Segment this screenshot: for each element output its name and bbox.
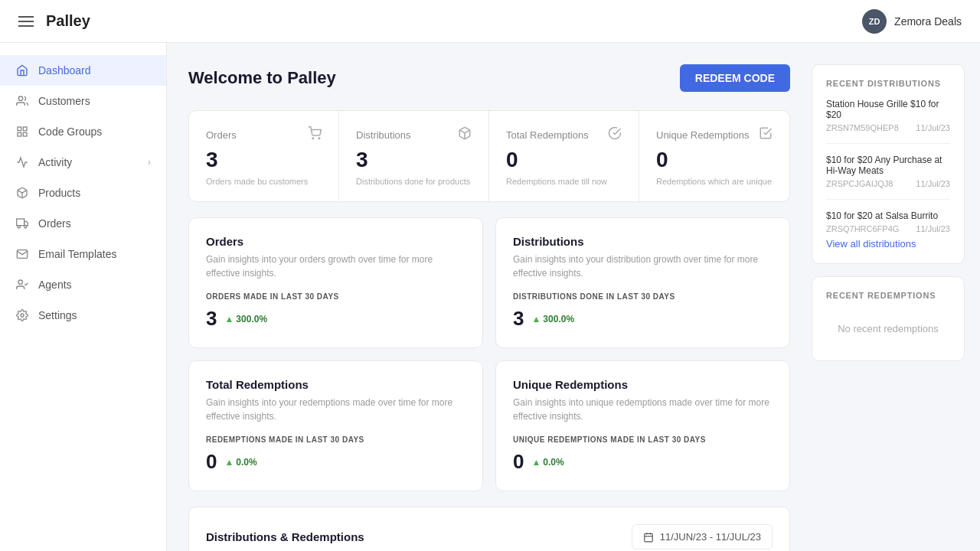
chart-card: Distributions & Redemptions 11/JUN/23 - … (188, 507, 790, 551)
chart-date-button[interactable]: 11/JUN/23 - 11/JUL/23 (632, 524, 773, 549)
dist-item-1-date: 11/Jul/23 (916, 123, 950, 132)
stat-unique-redemptions: Unique Redemptions 0 Redemptions which a… (639, 111, 789, 201)
dist-item-3: $10 for $20 at Salsa Burrito ZRSQ7HRC6FP… (826, 210, 950, 233)
stat-unique-red-value: 0 (656, 148, 773, 172)
app-logo: Palley (46, 12, 90, 30)
check-square-icon (759, 126, 773, 143)
dist-item-3-name: $10 for $20 at Salsa Burrito (826, 210, 950, 221)
insight-orders: Orders Gain insights into your orders gr… (188, 217, 483, 348)
sidebar-item-settings[interactable]: Settings (0, 300, 166, 331)
right-panel: RECENT DISTRIBUTIONS Station House Grill… (812, 43, 980, 551)
topbar-right: ZD Zemora Deals (862, 9, 962, 34)
sidebar-label-customers: Customers (38, 95, 90, 107)
insight-unique-red-desc: Gain insights into unique redemptions ma… (513, 396, 773, 423)
stat-orders-desc: Orders made bu customers (206, 177, 322, 186)
sidebar-label-orders: Orders (38, 217, 71, 230)
check-circle-icon (608, 126, 622, 143)
stat-unique-red-desc: Redemptions which are unique (656, 177, 773, 186)
chart-header: Distributions & Redemptions 11/JUN/23 - … (206, 524, 773, 549)
sidebar: Dashboard Customers Code Groups Activity… (0, 43, 167, 551)
dist-item-2-name: $10 for $20 Any Purchase at Hi-Way Meats (826, 155, 950, 176)
stat-orders-value: 3 (206, 148, 322, 172)
sidebar-item-products[interactable]: Products (0, 178, 166, 208)
insight-unique-red-title: Unique Redemptions (513, 378, 773, 391)
insight-dist-badge: ▲ 300.0% (531, 314, 574, 324)
insight-total-red-desc: Gain insights into your redemptions made… (206, 396, 466, 423)
sidebar-item-email-templates[interactable]: Email Templates (0, 239, 166, 269)
insights-grid: Orders Gain insights into your orders gr… (188, 217, 790, 491)
sidebar-item-customers[interactable]: Customers (0, 86, 166, 116)
insight-total-red-label: REDEMPTIONS MADE IN LAST 30 DAYS (206, 435, 466, 444)
topbar: Palley ZD Zemora Deals (0, 0, 980, 43)
dist-item-2-date: 11/Jul/23 (916, 179, 950, 188)
insight-dist-value: 3 ▲ 300.0% (513, 307, 773, 331)
insight-orders-label: ORDERS MADE IN LAST 30 DAYS (206, 292, 466, 301)
dist-item-2: $10 for $20 Any Purchase at Hi-Way Meats… (826, 155, 950, 200)
grid-icon (15, 125, 29, 139)
insight-orders-badge: ▲ 300.0% (224, 314, 267, 324)
svg-rect-2 (23, 127, 27, 131)
main-and-right: Welcome to Palley REDEEM CODE Orders 3 O… (167, 43, 980, 551)
svg-rect-15 (645, 533, 653, 542)
sidebar-label-agents: Agents (38, 279, 72, 291)
insight-orders-title: Orders (206, 235, 466, 248)
dist-item-1-code: ZRSN7M59QHEP8 (826, 123, 899, 132)
sidebar-label-products: Products (38, 187, 80, 199)
stat-total-red-desc: Redemptions made till now (506, 177, 622, 186)
topbar-left: Palley (18, 12, 90, 30)
stat-dist-title: Distributions (356, 129, 411, 141)
sidebar-item-dashboard[interactable]: Dashboard (0, 55, 166, 86)
chart-date-label: 11/JUN/23 - 11/JUL/23 (660, 531, 761, 543)
svg-point-8 (18, 226, 20, 228)
dist-item-1: Station House Grille $10 for $20 ZRSN7M5… (826, 99, 950, 144)
no-redemptions-message: No recent redemptions (826, 311, 950, 347)
home-icon (15, 64, 29, 77)
box-icon (15, 186, 29, 200)
stat-orders: Orders 3 Orders made bu customers (189, 111, 339, 201)
page-header: Welcome to Palley REDEEM CODE (188, 64, 790, 92)
users-icon (15, 94, 29, 108)
dist-item-1-meta: ZRSN7M59QHEP8 11/Jul/23 (826, 123, 950, 132)
view-all-distributions-link[interactable]: View all distributions (826, 238, 950, 249)
sidebar-item-orders[interactable]: Orders (0, 208, 166, 239)
sidebar-label-dashboard: Dashboard (38, 64, 91, 77)
chevron-right-icon: › (148, 157, 151, 168)
app-body: Dashboard Customers Code Groups Activity… (0, 43, 980, 551)
insight-total-redemptions: Total Redemptions Gain insights into you… (188, 360, 483, 491)
stat-unique-red-title: Unique Redemptions (656, 129, 749, 141)
chart-title: Distributions & Redemptions (206, 530, 364, 543)
sidebar-label-settings: Settings (38, 309, 77, 321)
company-name: Zemora Deals (894, 15, 962, 28)
user-check-icon (15, 278, 29, 292)
recent-distributions-panel: RECENT DISTRIBUTIONS Station House Grill… (812, 64, 965, 264)
recent-dist-title: RECENT DISTRIBUTIONS (826, 79, 950, 88)
menu-icon[interactable] (18, 16, 34, 27)
svg-point-9 (24, 226, 27, 228)
sidebar-label-activity: Activity (38, 156, 72, 168)
stat-distributions: Distributions 3 Distributions done for p… (339, 111, 489, 201)
svg-point-0 (18, 96, 22, 100)
page-title: Welcome to Palley (188, 68, 336, 88)
cart-icon (308, 126, 322, 143)
truck-icon (15, 217, 29, 230)
stat-dist-desc: Distributions done for products (356, 177, 472, 186)
insight-unique-red-value: 0 ▲ 0.0% (513, 450, 773, 474)
stat-total-red-title: Total Redemptions (506, 129, 589, 141)
dist-item-3-meta: ZRSQ7HRC6FP4G 11/Jul/23 (826, 224, 950, 233)
recent-red-title: RECENT REDEMPTIONS (826, 291, 950, 300)
insight-orders-value: 3 ▲ 300.0% (206, 307, 466, 331)
activity-icon (15, 155, 29, 169)
stats-row: Orders 3 Orders made bu customers Distri… (188, 110, 790, 202)
sidebar-item-agents[interactable]: Agents (0, 269, 166, 300)
svg-rect-6 (17, 219, 24, 226)
svg-point-13 (318, 138, 320, 139)
redeem-code-button[interactable]: REDEEM CODE (680, 64, 790, 92)
insight-total-red-badge: ▲ 0.0% (224, 457, 256, 468)
insight-unique-red-badge: ▲ 0.0% (531, 457, 564, 468)
sidebar-item-code-groups[interactable]: Code Groups (0, 116, 166, 147)
svg-marker-7 (24, 221, 28, 225)
insight-distributions: Distributions Gain insights into your di… (495, 217, 790, 348)
sidebar-item-activity[interactable]: Activity › (0, 147, 166, 178)
stat-total-red-value: 0 (506, 148, 622, 172)
mail-icon (15, 247, 29, 261)
